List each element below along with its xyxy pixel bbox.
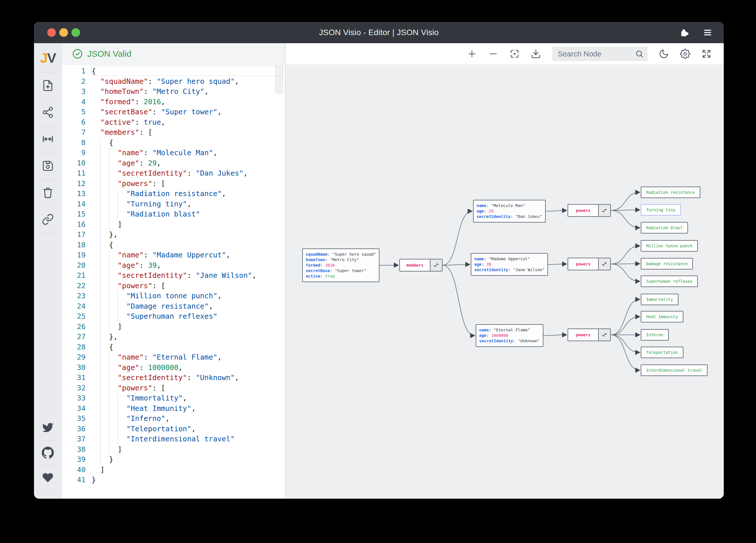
close-button[interactable] <box>47 28 56 37</box>
line-number: 37 <box>62 434 86 444</box>
code-line-content[interactable]: "Teleportation", <box>86 424 196 434</box>
minimize-button[interactable] <box>59 28 68 37</box>
delete-button[interactable] <box>34 180 62 207</box>
center-focus-button[interactable] <box>509 49 520 59</box>
code-line: 5 "secretBase": "Super tower", <box>62 107 285 117</box>
code-line-content[interactable]: ] <box>86 220 122 230</box>
code-line-content[interactable]: "Damage resistance", <box>86 301 213 311</box>
download-button[interactable] <box>531 49 541 59</box>
code-line-content[interactable]: "age": 1000000, <box>86 362 183 373</box>
zoom-button[interactable] <box>71 28 80 37</box>
graph-node-p1b[interactable]: Turning tiny <box>641 204 681 216</box>
code-line-content[interactable]: "Turning tiny", <box>86 199 191 209</box>
code-line-content[interactable]: "age": 39, <box>86 260 161 271</box>
code-line-content[interactable]: "powers": [ <box>86 179 165 189</box>
code-line-content[interactable]: { <box>86 240 113 250</box>
code-line-content[interactable]: "secretIdentity": "Jane Wilson", <box>86 271 256 281</box>
code-line-content[interactable]: "Superhuman reflexes" <box>86 311 218 321</box>
code-line: 27 }, <box>62 332 285 342</box>
code-line-content[interactable]: "Immortality", <box>86 393 187 403</box>
code-line-content[interactable]: }, <box>86 230 118 240</box>
graph-board[interactable]: squadName: "Super hero squad"homeTown: "… <box>286 65 724 499</box>
collapse-node-button[interactable] <box>598 329 610 340</box>
menu-icon[interactable] <box>703 28 712 37</box>
link-button[interactable] <box>34 207 62 233</box>
sponsor-link[interactable] <box>34 466 62 491</box>
puzzle-icon[interactable] <box>679 27 690 38</box>
code-line-content[interactable]: "name": "Madame Uppercut", <box>86 250 230 260</box>
graph-node-p1a[interactable]: Radiation resistance <box>641 187 700 198</box>
line-number: 4 <box>62 97 86 107</box>
graph-node-p3e[interactable]: Interdimensional travel <box>641 364 708 376</box>
line-number: 38 <box>62 444 86 455</box>
twitter-link[interactable] <box>34 416 62 440</box>
code-line-content[interactable]: "secretIdentity": "Dan Jukes", <box>86 168 248 179</box>
code-line-content[interactable]: "powers": [ <box>86 383 165 393</box>
collapse-node-button[interactable] <box>430 260 442 271</box>
app-logo[interactable]: JV <box>40 43 56 73</box>
share-button[interactable] <box>34 100 62 126</box>
code-line-content[interactable]: "formed": 2016, <box>86 97 165 107</box>
code-line-content[interactable]: "Heat Immunity", <box>86 403 196 414</box>
code-line-content[interactable]: } <box>86 475 96 485</box>
code-line-content[interactable]: { <box>86 66 96 76</box>
graph-node-p3b[interactable]: Heat Immunity <box>641 311 683 322</box>
code-line-content[interactable]: { <box>86 342 113 352</box>
code-line: 25 "Superhuman reflexes" <box>62 311 285 321</box>
settings-button[interactable] <box>680 49 690 59</box>
code-line-content[interactable]: "squadName": "Super hero squad", <box>86 76 239 87</box>
code-line-content[interactable]: "name": "Molecule Man", <box>86 148 218 158</box>
graph-node-p3d[interactable]: Teleportation <box>641 347 683 358</box>
code-line-content[interactable]: "Interdimensional travel" <box>86 434 235 444</box>
github-link[interactable] <box>34 441 62 466</box>
code-line-content[interactable]: ] <box>86 444 122 455</box>
zoom-out-button[interactable] <box>488 49 498 59</box>
graph-node-p3c[interactable]: Inferno <box>641 329 669 340</box>
graph-node-m2[interactable]: name: "Madame Uppercut"age: 39secretIden… <box>471 253 548 276</box>
code-line-content[interactable]: "Million tonne punch", <box>86 291 222 301</box>
new-document-icon <box>42 80 54 93</box>
graph-node-p2b[interactable]: Damage resistance <box>641 258 693 270</box>
dark-mode-button[interactable] <box>659 49 669 59</box>
graph-node-members[interactable]: members <box>399 259 443 272</box>
code-line-content[interactable]: "secretIdentity": "Unknown", <box>86 372 239 383</box>
editor-scrollbar[interactable] <box>275 65 283 94</box>
graph-node-p3a[interactable]: Immortality <box>641 294 678 305</box>
graph-node-p2[interactable]: powers <box>568 258 611 271</box>
code-line-content[interactable]: "age": 29, <box>86 158 161 169</box>
collapse-node-button[interactable] <box>598 258 610 270</box>
graph-node-p3[interactable]: powers <box>568 328 611 341</box>
code-line-content[interactable]: { <box>86 138 113 148</box>
code-line: 20 "age": 39, <box>62 260 285 271</box>
new-document-button[interactable] <box>34 73 62 99</box>
code-line-content[interactable]: ] <box>86 321 122 332</box>
code-line-content[interactable]: }, <box>86 332 118 342</box>
graph-node-p2c[interactable]: Superhuman reflexes <box>641 275 698 287</box>
zoom-in-button[interactable] <box>467 49 477 59</box>
graph-node-p1[interactable]: powers <box>568 204 611 217</box>
graph-node-m3[interactable]: name: "Eternal Flame"age: 1000000secretI… <box>476 324 543 347</box>
graph-node-m1[interactable]: name: "Molecule Man"age: 29secretIdentit… <box>473 200 546 223</box>
code-line-content[interactable]: } <box>86 454 113 465</box>
code-line-content[interactable]: "secretBase": "Super tower", <box>86 107 222 117</box>
collapse-node-button[interactable] <box>598 205 610 216</box>
json-editor[interactable]: 1{2 "squadName": "Super hero squad",3 "h… <box>62 65 285 499</box>
line-number: 22 <box>62 281 86 291</box>
code-line: 14 "Turning tiny", <box>62 199 285 209</box>
save-button[interactable] <box>34 153 62 180</box>
code-line-content[interactable]: "members": [ <box>86 127 152 138</box>
fullscreen-button[interactable] <box>701 49 712 59</box>
code-line-content[interactable]: "Inferno", <box>86 413 170 424</box>
graph-node-p1c[interactable]: Radiation blast <box>641 222 688 234</box>
graph-node-root[interactable]: squadName: "Super hero squad"homeTown: "… <box>302 249 379 282</box>
code-line-content[interactable]: "active": true, <box>86 117 165 128</box>
code-line-content[interactable]: "homeTown": "Metro City", <box>86 86 209 97</box>
code-line-content[interactable]: "powers": [ <box>86 281 165 291</box>
search-node-input[interactable] <box>557 49 632 59</box>
graph-node-p2a[interactable]: Million tonne punch <box>641 240 698 252</box>
code-line-content[interactable]: ] <box>86 465 105 475</box>
collapse-button[interactable] <box>34 126 62 153</box>
code-line-content[interactable]: "name": "Eternal Flame", <box>86 352 222 362</box>
code-line-content[interactable]: "Radiation resistance", <box>86 189 226 199</box>
code-line-content[interactable]: "Radiation blast" <box>86 209 200 220</box>
